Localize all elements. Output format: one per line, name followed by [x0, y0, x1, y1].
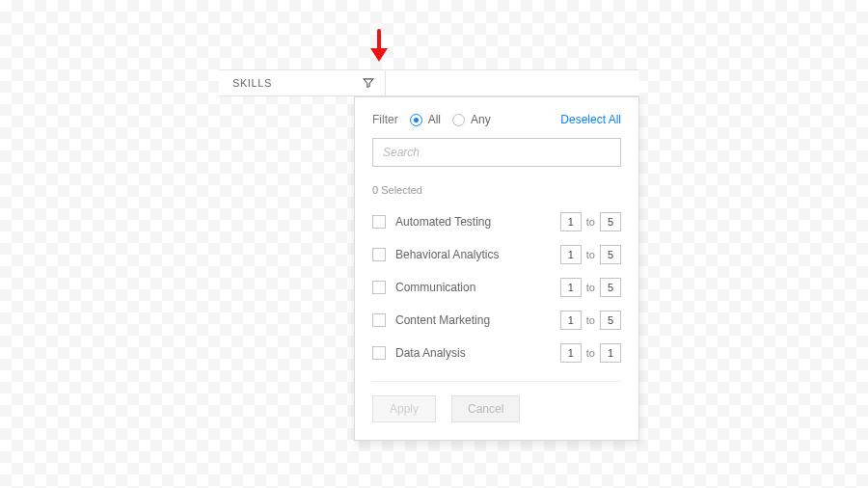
skill-checkbox[interactable] — [372, 248, 386, 261]
range-min-input[interactable]: 1 — [560, 278, 582, 297]
radio-icon — [452, 114, 465, 126]
range-to-label: to — [586, 249, 595, 260]
skill-row: Content Marketing 1 to 5 — [372, 304, 621, 337]
skill-name: Data Analysis — [395, 346, 466, 360]
filter-mode-all-radio[interactable]: All — [410, 113, 441, 126]
range-max-input[interactable]: 5 — [600, 245, 621, 264]
range-min-input[interactable]: 1 — [560, 311, 582, 330]
range-min-input[interactable]: 1 — [560, 245, 582, 264]
skill-row: Data Analysis 1 to 1 — [372, 337, 621, 369]
range-min-input[interactable]: 1 — [560, 343, 582, 363]
skill-range: 1 to 5 — [560, 278, 621, 297]
pointer-arrow — [370, 29, 388, 62]
column-header-bar: SKILLS — [219, 69, 639, 96]
filter-label: Filter — [372, 113, 398, 126]
skill-checkbox[interactable] — [372, 215, 386, 229]
range-max-input[interactable]: 5 — [600, 212, 621, 231]
range-to-label: to — [586, 314, 595, 326]
cancel-button[interactable]: Cancel — [451, 395, 520, 422]
skill-checkbox[interactable] — [372, 313, 386, 327]
filter-icon[interactable] — [362, 76, 375, 90]
skill-checkbox[interactable] — [372, 346, 386, 360]
deselect-all-link[interactable]: Deselect All — [560, 113, 621, 126]
skill-range: 1 to 5 — [560, 311, 621, 330]
range-to-label: to — [586, 347, 595, 359]
skill-range: 1 to 1 — [560, 343, 621, 363]
skill-name: Content Marketing — [395, 313, 490, 327]
filter-mode-any-radio[interactable]: Any — [452, 113, 491, 126]
skill-row: Automated Testing 1 to 5 — [372, 205, 621, 238]
range-max-input[interactable]: 5 — [600, 278, 621, 297]
radio-icon — [410, 114, 422, 126]
skill-row: Communication 1 to 5 — [372, 271, 621, 304]
search-input[interactable]: Search — [372, 138, 621, 167]
apply-button[interactable]: Apply — [372, 395, 436, 422]
range-to-label: to — [586, 282, 595, 293]
filter-mode-all-label: All — [428, 113, 441, 126]
range-to-label: to — [586, 216, 595, 228]
filter-mode-any-label: Any — [471, 113, 491, 126]
range-max-input[interactable]: 1 — [600, 343, 621, 363]
divider — [372, 381, 621, 382]
skill-range: 1 to 5 — [560, 212, 621, 231]
skill-row: Behavioral Analytics 1 to 5 — [372, 238, 621, 271]
skill-name: Automated Testing — [395, 215, 491, 229]
skill-name: Communication — [395, 281, 475, 294]
range-min-input[interactable]: 1 — [560, 212, 582, 231]
selected-count: 0 Selected — [372, 184, 621, 196]
skill-checkbox[interactable] — [372, 281, 386, 294]
skills-column-label: SKILLS — [232, 77, 272, 89]
skill-name: Behavioral Analytics — [395, 248, 499, 261]
skills-filter-panel: Filter All Any Deselect All Search 0 Sel… — [354, 96, 639, 441]
range-max-input[interactable]: 5 — [600, 311, 621, 330]
skills-column-header[interactable]: SKILLS — [219, 70, 386, 95]
skill-range: 1 to 5 — [560, 245, 621, 264]
